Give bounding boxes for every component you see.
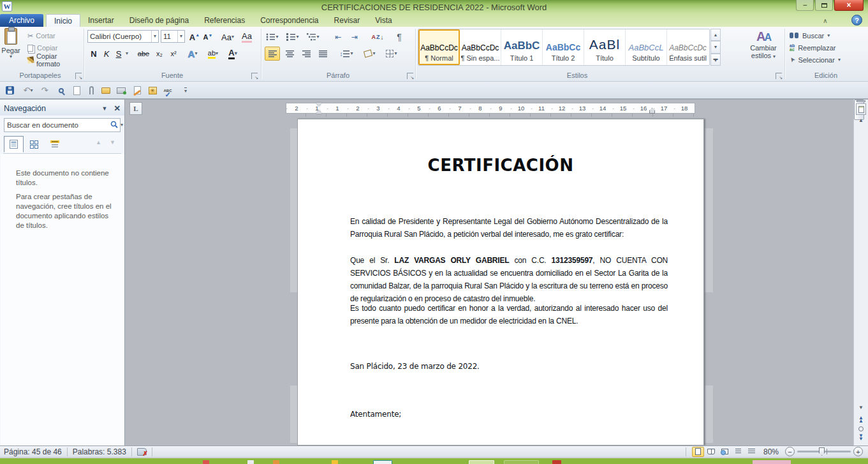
redo-button[interactable]: ↷: [38, 84, 51, 96]
style-titulo-1[interactable]: AaBbC Título 1: [501, 29, 543, 65]
new-document-button[interactable]: [70, 84, 83, 96]
horizontal-ruler[interactable]: 2 1 1 2 3 4 5 6 7 8 9 10 11 12 13 14 15 …: [286, 103, 695, 114]
zoom-slider[interactable]: [797, 451, 851, 453]
tab-inicio[interactable]: Inicio: [46, 14, 80, 27]
browse-pages-tab[interactable]: [24, 136, 44, 153]
zoom-in-button[interactable]: +: [853, 447, 863, 456]
next-result-button[interactable]: ▼: [110, 139, 115, 146]
tab-stop-selector[interactable]: L: [129, 102, 142, 115]
style-subtitulo[interactable]: AaBbCcL Subtítulo: [626, 29, 667, 65]
taskbar-button[interactable]: [753, 460, 791, 464]
text-effects-button[interactable]: A▾: [185, 47, 200, 61]
minimize-button[interactable]: −: [796, 0, 814, 11]
fullscreen-reading-view-button[interactable]: [705, 447, 717, 457]
taskbar-button[interactable]: [552, 460, 561, 464]
style-titulo[interactable]: AaBl Título: [584, 29, 626, 65]
word-count[interactable]: Palabras: 5.383: [73, 447, 126, 456]
tab-insertar[interactable]: Insertar: [80, 14, 122, 27]
align-left-button[interactable]: [265, 47, 280, 61]
taskbar-button[interactable]: [332, 460, 338, 464]
browse-results-tab[interactable]: [45, 136, 64, 153]
open-button[interactable]: [99, 84, 112, 96]
draft-view-button[interactable]: [746, 447, 758, 457]
font-color-button[interactable]: A▾: [224, 47, 241, 61]
search-input[interactable]: [4, 121, 108, 129]
print-preview-button[interactable]: [55, 84, 68, 96]
web-layout-view-button[interactable]: [719, 447, 731, 457]
previous-page-button[interactable]: ▲▲: [856, 416, 866, 423]
paste-button[interactable]: Pegar ▾: [0, 27, 22, 66]
shrink-font-button[interactable]: A▼: [202, 30, 214, 44]
zoom-out-button[interactable]: −: [785, 447, 795, 456]
undo-button[interactable]: ↶▾: [19, 84, 37, 96]
multilevel-list-button[interactable]: ▾: [305, 30, 321, 44]
select-browse-object-button[interactable]: [858, 426, 864, 431]
cut-button[interactable]: ✂ Cortar: [26, 30, 84, 41]
align-center-button[interactable]: [282, 47, 297, 61]
taskbar-button[interactable]: [273, 460, 279, 464]
taskbar-button[interactable]: [504, 460, 539, 464]
change-styles-button[interactable]: AA Cambiar estilos ▾: [745, 29, 782, 70]
qat-overflow-button[interactable]: ▾: [179, 84, 192, 96]
font-dialog-launcher[interactable]: [251, 73, 258, 79]
zoom-slider-thumb[interactable]: [819, 447, 825, 456]
taskbar-button[interactable]: [203, 460, 209, 464]
previous-result-button[interactable]: ▲: [96, 139, 101, 146]
show-marks-button[interactable]: ¶: [392, 30, 407, 44]
zoom-level[interactable]: 80%: [763, 447, 779, 456]
vertical-scrollbar[interactable]: ▲ ≡ ▼ ▲▲ ▼▼: [853, 99, 868, 445]
justify-button[interactable]: [315, 47, 330, 61]
select-button[interactable]: ➤ Seleccionar ▾: [790, 54, 841, 65]
taskbar-button[interactable]: [247, 460, 254, 464]
scroll-down-button[interactable]: ▼: [856, 405, 866, 410]
style-gallery-down-button[interactable]: ▼: [710, 41, 721, 53]
next-page-button[interactable]: ▼▼: [856, 434, 866, 440]
increase-indent-button[interactable]: ⇥: [347, 30, 362, 44]
replace-button[interactable]: abac Reemplazar: [790, 42, 835, 53]
spelling-status-icon[interactable]: [137, 448, 147, 456]
page-indicator[interactable]: Página: 45 de 46: [4, 447, 62, 456]
edit-button[interactable]: [131, 84, 143, 96]
taskbar-button[interactable]: [469, 460, 494, 464]
tab-vista[interactable]: Vista: [367, 14, 399, 27]
save-button[interactable]: [3, 84, 16, 96]
pane-close-icon[interactable]: ✕: [114, 103, 121, 113]
split-handle[interactable]: [857, 100, 865, 102]
font-family-combo[interactable]: Calibri (Cuerpo)▾: [87, 30, 159, 43]
attach-button[interactable]: [85, 84, 98, 96]
line-spacing-button[interactable]: ↕▾: [337, 47, 356, 61]
style-titulo-2[interactable]: AaBbCc Título 2: [543, 29, 584, 65]
bold-button[interactable]: N: [88, 47, 99, 61]
search-icon[interactable]: [108, 121, 121, 130]
styles-dialog-launcher[interactable]: [776, 73, 782, 79]
borders-button[interactable]: ▾: [383, 47, 401, 61]
grow-font-button[interactable]: A▲: [188, 30, 201, 44]
shading-button[interactable]: ▾: [361, 47, 379, 61]
shortcut-button[interactable]: ✳: [146, 84, 159, 96]
clipboard-dialog-launcher[interactable]: [75, 73, 82, 79]
tab-referencias[interactable]: Referencias: [196, 14, 253, 27]
style-gallery-more-button[interactable]: ▬▼: [710, 54, 721, 66]
find-button[interactable]: Buscar ▾: [790, 30, 830, 41]
indent-marker[interactable]: [316, 103, 322, 114]
ruler-toggle-button[interactable]: [856, 103, 866, 115]
quick-print-button[interactable]: [115, 84, 128, 96]
sort-button[interactable]: AZ↓: [369, 30, 386, 44]
style-normal[interactable]: AaBbCcDc ¶ Normal: [418, 29, 460, 65]
numbering-button[interactable]: ▾: [285, 30, 300, 44]
scroll-up-button[interactable]: ▲: [856, 117, 866, 123]
pane-menu-icon[interactable]: ▼: [102, 105, 108, 112]
close-button[interactable]: ×: [834, 0, 864, 11]
style-enfasis-sutil[interactable]: AaBbCcDc Énfasis sutil: [667, 29, 709, 65]
outline-view-button[interactable]: [732, 447, 744, 457]
style-sin-espaciado[interactable]: AaBbCcDc ¶ Sin espa...: [460, 29, 501, 65]
tab-diseno-de-pagina[interactable]: Diseño de página: [122, 14, 196, 27]
tab-revisar[interactable]: Revisar: [327, 14, 368, 27]
clear-formatting-button[interactable]: Aa: [240, 30, 254, 44]
style-gallery-up-button[interactable]: ▲: [710, 29, 721, 41]
align-right-button[interactable]: [298, 47, 314, 61]
font-size-combo[interactable]: 11▾: [161, 30, 185, 43]
strikethrough-button[interactable]: abe: [135, 47, 152, 61]
decrease-indent-button[interactable]: ⇤: [330, 30, 346, 44]
maximize-button[interactable]: [815, 0, 833, 11]
